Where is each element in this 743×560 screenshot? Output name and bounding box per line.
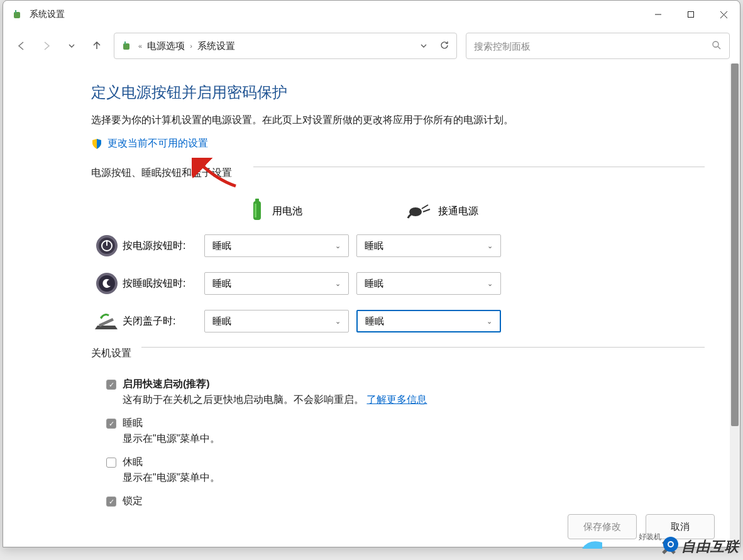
lid-plugged-select[interactable]: 睡眠⌄ [356, 310, 501, 332]
svg-rect-11 [255, 199, 259, 202]
battery-icon [248, 197, 266, 225]
change-unavailable-link[interactable]: 更改当前不可用的设置 [107, 137, 208, 150]
power-button-plugged-select[interactable]: 睡眠⌄ [356, 234, 501, 257]
sleep-title: 睡眠 [123, 417, 220, 430]
search-input[interactable] [474, 41, 712, 52]
watermark-icon-1 [661, 536, 680, 555]
page-heading: 定义电源按钮并启用密码保护 [91, 82, 730, 102]
row-lid-label: 关闭盖子时: [123, 315, 204, 328]
row-power-label: 按电源按钮时: [123, 239, 204, 253]
app-icon [12, 9, 23, 20]
svg-line-15 [423, 209, 430, 212]
scrollbar-thumb[interactable] [731, 63, 739, 426]
row-sleep-button: 按睡眠按钮时: 睡眠⌄ 睡眠⌄ [91, 272, 730, 295]
admin-link-row: 更改当前不可用的设置 [91, 137, 730, 150]
column-headers: 用电池 接通电源 [248, 197, 730, 225]
address-row: « 电源选项 › 系统设置 [3, 28, 740, 63]
vertical-scrollbar[interactable] [730, 63, 740, 547]
content-area: 定义电源按钮并启用密码保护 选择要为你的计算机设置的电源设置。在此页上对设置所做… [3, 63, 730, 547]
breadcrumb-item-settings[interactable]: 系统设置 [197, 40, 235, 52]
group-buttons-label: 电源按钮、睡眠按钮和盖子设置 [91, 167, 232, 180]
svg-point-8 [713, 41, 718, 47]
sleep-button-battery-select[interactable]: 睡眠⌄ [204, 272, 349, 295]
chevron-down-icon: ⌄ [487, 317, 492, 326]
chevron-down-icon: ⌄ [335, 242, 341, 250]
row-power-button: 按电源按钮时: 睡眠⌄ 睡眠⌄ [91, 234, 730, 258]
power-button-battery-select[interactable]: 睡眠⌄ [204, 234, 349, 257]
hibernate-title: 休眠 [123, 456, 220, 469]
svg-rect-3 [688, 12, 694, 18]
breadcrumb-dropdown-icon[interactable] [420, 41, 427, 52]
col-plugged: 接通电源 [407, 197, 558, 225]
lid-icon [91, 309, 123, 333]
watermark-2: 好装机 [639, 532, 661, 542]
sleep-row: ✓ 睡眠 显示在"电源"菜单中。 [106, 417, 730, 452]
titlebar: 系统设置 [3, 1, 740, 28]
window-title: 系统设置 [30, 9, 642, 20]
svg-line-9 [718, 47, 720, 49]
learn-more-link[interactable]: 了解更多信息 [366, 394, 427, 405]
col-battery: 用电池 [248, 197, 399, 225]
fast-startup-title: 启用快速启动(推荐) [123, 378, 427, 391]
fast-startup-sub: 这有助于在关机之后更快地启动电脑。不会影响重启。 了解更多信息 [123, 393, 427, 407]
divider [141, 347, 705, 348]
search-icon[interactable] [712, 40, 722, 52]
fast-startup-checkbox[interactable]: ✓ [106, 380, 116, 390]
nav-forward-button[interactable] [38, 38, 55, 54]
maximize-button[interactable] [674, 1, 707, 28]
lid-battery-select[interactable]: 睡眠⌄ [204, 310, 349, 332]
breadcrumb-item-power[interactable]: 电源选项 [147, 40, 185, 52]
hibernate-checkbox[interactable] [106, 458, 116, 468]
chevron-right-icon: › [189, 42, 194, 50]
nav-up-button[interactable] [89, 38, 105, 54]
shield-icon [91, 138, 102, 150]
close-button[interactable] [707, 1, 740, 28]
col-plugged-label: 接通电源 [438, 205, 478, 218]
hibernate-sub: 显示在"电源"菜单中。 [123, 471, 220, 485]
search-box[interactable] [466, 33, 730, 59]
row-sleep-label: 按睡眠按钮时: [123, 277, 204, 290]
breadcrumb-back-chev[interactable]: « [137, 42, 143, 50]
group-shutdown-label: 关机设置 [91, 347, 131, 360]
sleep-button-icon [91, 272, 123, 295]
window-controls [642, 1, 740, 28]
svg-rect-10 [253, 201, 261, 220]
chevron-down-icon: ⌄ [335, 280, 341, 288]
plug-icon [407, 200, 432, 222]
lock-row: ✓ 锁定 [106, 495, 730, 510]
nav-back-button[interactable] [13, 38, 30, 54]
window: 系统设置 « 电源选项 › 系统设置 定义电源按 [3, 0, 740, 547]
svg-rect-6 [123, 43, 129, 50]
sleep-button-plugged-select[interactable]: 睡眠⌄ [356, 272, 501, 295]
hibernate-row: 休眠 显示在"电源"菜单中。 [106, 456, 730, 491]
chevron-down-icon: ⌄ [335, 317, 341, 326]
divider [253, 167, 705, 167]
page-description: 选择要为你的计算机设置的电源设置。在此页上对设置所做的更改将应用于你所有的电源计… [91, 114, 730, 127]
breadcrumb[interactable]: « 电源选项 › 系统设置 [114, 33, 457, 59]
refresh-icon[interactable] [439, 40, 450, 53]
sleep-checkbox[interactable]: ✓ [106, 419, 116, 429]
lock-title: 锁定 [123, 495, 143, 508]
svg-rect-0 [14, 12, 20, 18]
power-button-icon [91, 234, 123, 258]
minimize-button[interactable] [642, 1, 674, 28]
save-button[interactable]: 保存修改 [568, 514, 637, 539]
svg-line-14 [422, 205, 428, 209]
chevron-down-icon: ⌄ [487, 242, 493, 250]
svg-rect-1 [15, 10, 16, 13]
nav-history-button[interactable] [63, 38, 80, 54]
breadcrumb-icon [121, 40, 133, 52]
svg-point-24 [669, 542, 673, 546]
fast-startup-row: ✓ 启用快速启动(推荐) 这有助于在关机之后更快地启动电脑。不会影响重启。 了解… [106, 378, 730, 413]
col-battery-label: 用电池 [272, 205, 302, 218]
row-lid: 关闭盖子时: 睡眠⌄ 睡眠⌄ [91, 309, 730, 333]
svg-rect-7 [124, 41, 126, 45]
watermark-icon-2 [580, 536, 605, 555]
lock-checkbox[interactable]: ✓ [106, 497, 116, 507]
svg-rect-12 [255, 204, 256, 217]
chevron-down-icon: ⌄ [487, 280, 493, 288]
sleep-sub: 显示在"电源"菜单中。 [123, 432, 220, 446]
